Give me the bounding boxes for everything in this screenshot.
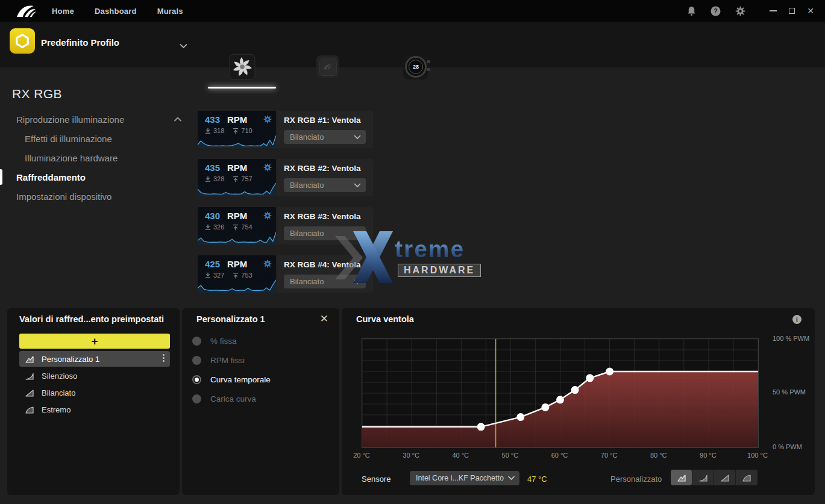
fan-mode-select[interactable]: Bilanciato (284, 130, 366, 144)
curve-shape-icon (25, 372, 34, 380)
cooler-temp-readout: 28 (409, 60, 423, 74)
curve-preset-button-group (671, 470, 758, 485)
fan-settings-gear-icon[interactable] (263, 115, 272, 126)
curve-mode-label: RPM fissi (210, 356, 245, 365)
curve-preset-button-custom[interactable] (671, 470, 692, 485)
curve-preset-button-quiet[interactable] (692, 470, 714, 485)
rpm-sparkline (198, 277, 276, 293)
radio-button (192, 394, 201, 403)
window-minimize-button[interactable] (770, 10, 777, 11)
page-title: RX RGB (12, 87, 62, 101)
sidebar-item-label: Riproduzione illuminazione (16, 114, 124, 125)
fan-rpm-value: 425 (205, 259, 220, 269)
preset-item-silenzioso[interactable]: Silenzioso (19, 368, 170, 384)
preset-item-estremo[interactable]: Estremo (19, 402, 170, 417)
sidebar-item-effetti-di-illuminazione[interactable]: Effetti di illuminazione (0, 129, 193, 148)
fan-curve-panel: Curva ventola i 20 °C30 °C40 °C50 °C60 °… (342, 308, 815, 495)
cooling-presets-panel: Valori di raffred...ento preimpostati + … (7, 308, 180, 495)
fan-mode-select[interactable]: Bilanciato (284, 178, 366, 192)
preset-item-label: Bilanciato (42, 388, 75, 397)
chevron-up-icon[interactable] (174, 117, 181, 122)
preset-options-kebab-icon[interactable] (163, 354, 165, 362)
titlebar: Home Dashboard Murals ? ✕ (0, 0, 825, 22)
profile-bar: Predefinito Profilo (0, 22, 825, 67)
fan-rpm-value: 435 (205, 163, 220, 173)
fan-settings-gear-icon[interactable] (263, 211, 272, 222)
nav-murals[interactable]: Murals (157, 7, 183, 16)
sidebar-item-raffreddamento[interactable]: Raffreddamento (0, 167, 193, 187)
chevron-down-icon (354, 231, 361, 236)
fan-rpm-value: 430 (205, 211, 220, 221)
selected-tab-indicator (208, 87, 276, 89)
sensor-label: Sensore (362, 474, 391, 484)
x-axis-tick-label: 70 °C (594, 452, 624, 459)
curve-preset-button-extreme[interactable] (736, 470, 758, 485)
fan-settings-gear-icon[interactable] (263, 260, 272, 270)
fan-rpm-unit: RPM (227, 114, 247, 125)
device-sidebar-nav: Riproduzione illuminazioneEffetti di ill… (0, 110, 193, 206)
curve-point-handle (571, 386, 579, 394)
chevron-down-icon (354, 135, 361, 140)
curve-preset-group-label: Personalizzato (610, 474, 662, 484)
close-icon[interactable]: ✕ (320, 314, 328, 324)
fan-mode-select[interactable]: Bilanciato (284, 275, 366, 288)
fan-rpm-unit: RPM (227, 211, 247, 221)
nav-home[interactable]: Home (52, 7, 74, 16)
fan-mode-value: Bilanciato (290, 229, 324, 238)
preset-item-bilanciato[interactable]: Bilanciato (19, 385, 170, 400)
sidebar-item-riproduzione-illuminazione[interactable]: Riproduzione illuminazione (0, 110, 193, 129)
editor-panel-title: Personalizzato 1 (196, 314, 265, 324)
x-axis-tick-label: 50 °C (495, 452, 525, 459)
sensor-selected-value: Intel Core i...KF Pacchetto (416, 474, 504, 482)
curve-shape-icon (25, 355, 34, 363)
device-tab-cooler[interactable]: 28 (396, 47, 436, 87)
sensor-select[interactable]: Intel Core i...KF Pacchetto (410, 471, 519, 485)
curve-shape-icon (25, 405, 34, 414)
sidebar-item-impostazioni-dispositivo[interactable]: Impostazioni dispositivo (0, 187, 193, 206)
window-maximize-button[interactable] (789, 8, 795, 14)
fan-mode-select[interactable]: Bilanciato (284, 226, 366, 240)
sidebar-item-illuminazione-hardware[interactable]: Illuminazione hardware (0, 148, 193, 167)
fan-telemetry-card: 433 RPM 318 710 (198, 111, 276, 148)
device-tab-keyboard[interactable] (308, 47, 348, 87)
window-close-button[interactable]: ✕ (807, 7, 814, 15)
fan-curve-plot[interactable] (362, 338, 759, 448)
keyboard-icon (316, 55, 339, 78)
device-tab-fan[interactable] (222, 47, 262, 87)
info-icon[interactable]: i (792, 315, 801, 324)
curve-mode-label: % fissa (210, 337, 237, 346)
x-axis-tick-label: 90 °C (693, 452, 723, 459)
fan-info-card: RX RGB #2: Ventola Bilanciato (277, 159, 373, 196)
chevron-down-icon[interactable] (180, 40, 187, 51)
preset-item-personalizzato-1[interactable]: Personalizzato 1 (19, 351, 170, 367)
fan-settings-gear-icon[interactable] (263, 163, 272, 174)
corsair-logo-icon[interactable] (16, 3, 37, 19)
add-preset-button[interactable]: + (19, 334, 170, 349)
curve-mode-option-rpm-fissi: RPM fissi (192, 352, 245, 369)
curve-panel-title: Curva ventola (356, 314, 414, 324)
preset-item-label: Personalizzato 1 (42, 355, 99, 364)
curve-preset-button-balanced[interactable] (714, 470, 736, 485)
watermark-hardware-text: HARDWARE (398, 264, 481, 277)
curve-point-handle (606, 368, 613, 376)
radio-button[interactable] (192, 375, 201, 384)
profile-avatar[interactable] (10, 28, 35, 54)
fan-telemetry-card: 435 RPM 328 757 (198, 159, 276, 196)
fan-rpm-unit: RPM (227, 259, 247, 269)
sensor-temperature-value: 47 °C (527, 474, 547, 484)
settings-gear-icon[interactable] (735, 6, 745, 16)
nav-dashboard[interactable]: Dashboard (95, 7, 137, 16)
x-axis-tick-label: 30 °C (396, 452, 426, 459)
rpm-sparkline (198, 229, 276, 244)
aio-pump-icon: 28 (403, 54, 428, 79)
radio-button (192, 337, 201, 346)
chevron-down-icon (354, 183, 361, 188)
curve-mode-option-curva-temporale[interactable]: Curva temporale (192, 371, 271, 388)
fan-rpm-unit: RPM (227, 163, 247, 173)
profile-name[interactable]: Predefinito Profilo (41, 37, 119, 48)
notifications-bell-icon[interactable] (687, 6, 696, 16)
curve-point-handle (556, 396, 564, 403)
curve-point-handle (477, 423, 485, 431)
curve-mode-option-carica-curva: Carica curva (192, 390, 256, 407)
help-icon[interactable]: ? (711, 6, 721, 16)
